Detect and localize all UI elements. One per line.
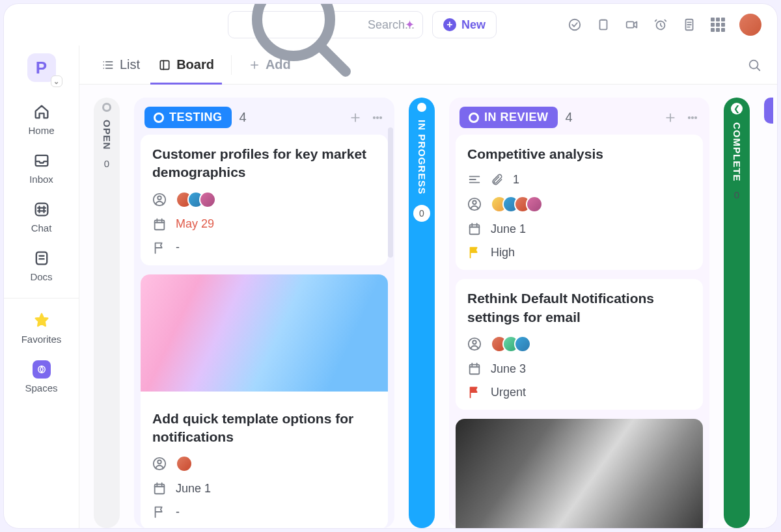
description-icon [467,172,482,187]
task-card[interactable]: Competitive analysis 1 [456,135,703,270]
nav-label: Chat [31,222,52,233]
svg-rect-3 [627,21,634,27]
global-search[interactable]: Search... ✦ [228,11,423,38]
video-icon[interactable] [625,18,639,32]
nav-favorites[interactable]: Favorites [4,305,79,351]
chevron-left-icon: ❮ [731,103,743,114]
workspace-initial: P [36,58,47,78]
add-task-icon[interactable] [664,111,677,124]
column-header: TESTING 4 [141,104,388,135]
svg-rect-9 [160,60,169,69]
clipboard-icon[interactable] [596,18,610,32]
tab-label: List [120,57,140,72]
search-icon[interactable] [747,58,761,72]
list-icon [102,59,115,72]
status-label: TESTING [169,111,223,124]
chevron-down-icon[interactable]: ⌄ [51,75,62,87]
svg-rect-19 [155,485,165,494]
check-circle-icon[interactable] [568,18,582,32]
svg-point-23 [473,201,476,205]
top-utility-icons [568,14,761,36]
view-tabs: List Board Add [79,46,777,85]
flag-icon [152,241,167,255]
home-icon [33,103,51,121]
nav-inbox[interactable]: Inbox [4,145,79,191]
column-label: OPEN [102,120,113,150]
svg-rect-25 [470,225,480,235]
card-title: Competitive analysis [467,145,691,163]
board-icon [158,59,171,72]
user-avatar[interactable] [739,14,761,36]
docs-icon [33,249,51,267]
tab-divider [231,55,232,75]
column-open-collapsed[interactable]: OPEN 0 [94,98,120,528]
column-complete-collapsed[interactable]: ❮ COMPLETE 0 [724,98,750,528]
more-icon[interactable] [371,111,384,124]
ai-sparkle-icon[interactable]: ✦ [405,18,415,32]
person-icon [467,337,482,351]
flag-icon [467,245,482,259]
svg-point-17 [158,460,161,464]
task-card[interactable]: Rethink Default Notifications settings f… [456,279,703,410]
card-cover-image [456,419,703,528]
tab-list[interactable]: List [95,46,146,84]
column-count: 0 [413,205,430,222]
flag-icon [152,505,167,519]
alarm-icon[interactable] [653,18,668,32]
task-card[interactable]: Customer profiles for key market demogra… [141,135,388,265]
assignee-avatars[interactable] [176,455,193,472]
due-date: June 1 [491,222,526,236]
assignee-avatars[interactable] [491,196,543,213]
tab-add-view[interactable]: Add [242,46,297,84]
svg-point-26 [473,341,476,345]
nav-docs[interactable]: Docs [4,243,79,289]
column-in-review: IN REVIEW 4 Competitive analysis [449,98,709,528]
attachment-icon [491,173,504,186]
column-label: COMPLETE [732,122,743,181]
status-dot [102,103,111,112]
tab-board[interactable]: Board [152,46,221,84]
spaces-icon [33,360,51,379]
sidebar-divider [4,298,79,299]
attachment-count: 1 [513,173,519,187]
svg-rect-6 [35,204,48,216]
priority: Urgent [491,386,526,399]
next-column-peek[interactable] [764,98,773,124]
person-icon [152,193,167,207]
column-testing: TESTING 4 Customer profiles for key mark… [134,98,394,528]
nav-home[interactable]: Home [4,96,79,142]
doc-icon[interactable] [682,18,696,32]
column-in-progress-collapsed[interactable]: IN PROGRESS 0 [409,98,435,528]
svg-point-12 [377,116,379,118]
assignee-avatars[interactable] [491,336,531,352]
nav-chat[interactable]: Chat [4,194,79,240]
task-card[interactable] [456,419,703,528]
main-area: List Board Add OPEN 0 [79,46,777,528]
priority: - [176,241,180,254]
status-pill-testing[interactable]: TESTING [144,107,232,128]
column-count: 4 [566,110,573,125]
assignee-avatars[interactable] [176,191,216,208]
due-date: June 3 [491,362,526,376]
inbox-icon [33,152,51,170]
svg-point-11 [374,116,376,118]
workspace-switcher[interactable]: P ⌄ [27,53,56,82]
more-icon[interactable] [686,111,699,124]
column-count: 4 [240,110,247,125]
flag-icon [467,385,482,399]
apps-grid-icon[interactable] [711,18,725,32]
status-pill-in-review[interactable]: IN REVIEW [459,107,558,128]
add-task-icon[interactable] [349,111,362,124]
scrollbar[interactable] [388,127,393,258]
nav-label: Docs [30,271,52,282]
new-button[interactable]: + New [432,11,497,38]
status-ring-icon [154,113,164,123]
nav-spaces[interactable]: Spaces [4,354,79,400]
top-bar: Search... ✦ + New [4,4,777,46]
svg-point-1 [569,20,581,31]
nav-label: Favorites [21,334,62,345]
task-card[interactable]: Add quick template options for notificat… [141,274,388,528]
nav-label: Inbox [29,174,53,185]
star-icon [33,312,51,330]
due-date: May 29 [176,217,214,231]
